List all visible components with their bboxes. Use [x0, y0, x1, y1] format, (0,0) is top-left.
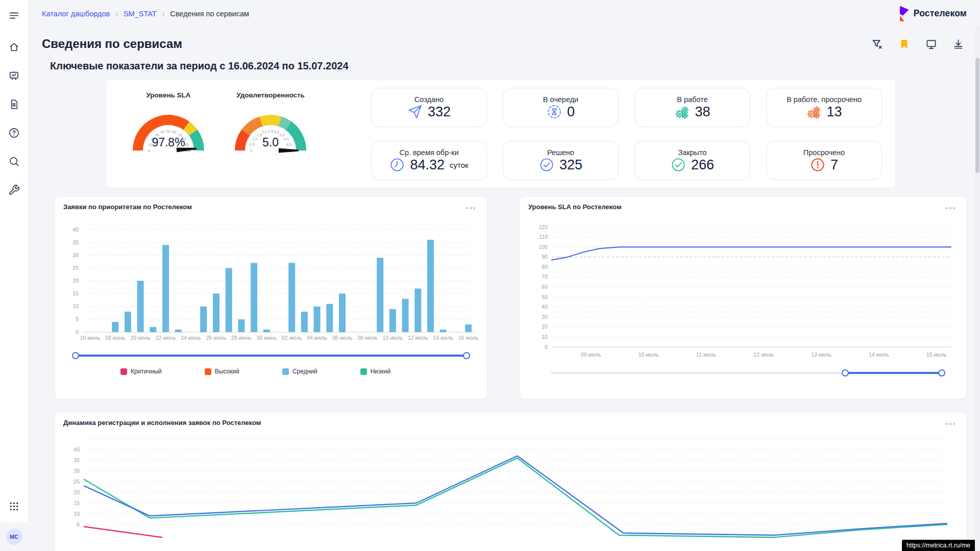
- bar[interactable]: [314, 307, 321, 332]
- bar[interactable]: [301, 312, 308, 332]
- hourglass-icon: [547, 104, 562, 119]
- svg-text:30: 30: [542, 314, 548, 320]
- breadcrumb-separator: ›: [115, 10, 118, 18]
- svg-text:28 июнь: 28 июнь: [231, 335, 252, 341]
- legend-label: Высокий: [215, 368, 239, 375]
- breadcrumb-dashboards-catalog[interactable]: Каталог дашбордов: [42, 10, 110, 18]
- bar[interactable]: [288, 263, 295, 332]
- user-avatar[interactable]: МС: [6, 529, 22, 545]
- slider-handle-right[interactable]: [463, 352, 470, 359]
- slider-handle-right[interactable]: [938, 369, 945, 377]
- sidebar-item-home[interactable]: [4, 37, 24, 57]
- svg-text:0: 0: [76, 329, 79, 335]
- legend-item-2[interactable]: Высокий: [205, 368, 239, 375]
- scrollbar-thumb[interactable]: [975, 58, 979, 173]
- bar[interactable]: [213, 294, 219, 332]
- dynamics-line-chart: 510152025303540: [63, 427, 958, 541]
- svg-text:16 июль: 16 июль: [458, 335, 478, 341]
- svg-text:30 июнь: 30 июнь: [256, 335, 277, 341]
- kpi-card-7: Закрыто266: [634, 141, 750, 180]
- presentation-mode-button[interactable]: [924, 37, 938, 51]
- svg-text:10: 10: [74, 511, 80, 517]
- svg-text:0: 0: [148, 148, 150, 153]
- bar[interactable]: [402, 299, 409, 332]
- topbar: Каталог дашбордов › SM_STAT › Сведения п…: [29, 0, 980, 28]
- legend-item-3[interactable]: Средний: [282, 368, 317, 375]
- download-button[interactable]: [951, 37, 965, 51]
- more-menu-button[interactable]: [464, 205, 477, 211]
- alert-circle-icon: [810, 157, 825, 172]
- more-menu-button[interactable]: [944, 421, 957, 427]
- bar[interactable]: [175, 330, 182, 332]
- legend-item-4[interactable]: Низкий: [360, 368, 391, 375]
- sidebar-item-search[interactable]: [4, 151, 24, 171]
- bar[interactable]: [377, 258, 383, 332]
- filter-x-icon: [871, 38, 883, 50]
- gauge-sla: Уровень SLA 010203040506070809010097.8%: [117, 82, 219, 186]
- bookmark-button[interactable]: [897, 37, 911, 51]
- slider-handle-left[interactable]: [72, 352, 79, 359]
- gears-icon: [806, 104, 821, 119]
- svg-text:2,0: 2,0: [262, 130, 267, 134]
- slider-active-range[interactable]: [76, 355, 467, 357]
- bar[interactable]: [150, 327, 156, 332]
- svg-text:11 июль: 11 июль: [696, 352, 716, 358]
- sidebar: МС: [0, 0, 29, 551]
- kpi-card-1: Создано332: [371, 88, 487, 127]
- menu-button[interactable]: [4, 5, 24, 26]
- kpi-card-value-row: 7: [810, 157, 838, 173]
- bar[interactable]: [200, 307, 207, 332]
- kpi-card-3: В работе38: [634, 88, 750, 127]
- gauge-satisfaction: Удовлетворенность 00,51,01,52,02,53,03,5…: [219, 82, 322, 186]
- bar[interactable]: [263, 330, 270, 332]
- more-menu-button[interactable]: [944, 205, 957, 211]
- bar[interactable]: [112, 322, 118, 332]
- gauge-sla-dial: 010203040506070809010097.8%: [117, 99, 219, 159]
- kpi-cards-grid: Создано332В очереди0В работе38В работе, …: [371, 88, 882, 180]
- chart-title: Уровень SLA по Ростелеком: [528, 203, 958, 211]
- breadcrumb-sm-stat[interactable]: SM_STAT: [124, 10, 157, 18]
- bar[interactable]: [440, 330, 447, 332]
- svg-text:20 июнь: 20 июнь: [130, 335, 151, 341]
- bar[interactable]: [339, 294, 346, 332]
- page-title: Сведения по сервисам: [42, 37, 182, 51]
- legend-swatch: [282, 368, 289, 375]
- kpi-card-label: В работе, просрочено: [787, 95, 862, 104]
- apps-grid-button[interactable]: [4, 496, 24, 516]
- svg-text:26 июнь: 26 июнь: [206, 335, 227, 341]
- download-icon: [952, 38, 964, 50]
- bar[interactable]: [427, 240, 434, 332]
- svg-text:20: 20: [74, 489, 80, 495]
- breadcrumb-current: Сведения по сервисам: [170, 10, 249, 18]
- priorities-chart-card: Заявки по приоритетам по Ростелеком 0510…: [55, 197, 486, 399]
- sidebar-item-reports[interactable]: [4, 94, 24, 114]
- bar[interactable]: [125, 312, 131, 332]
- sidebar-item-settings[interactable]: [4, 180, 24, 200]
- bar[interactable]: [238, 319, 244, 332]
- kpi-card-value: 325: [559, 157, 582, 173]
- bar[interactable]: [251, 263, 257, 332]
- bar[interactable]: [389, 309, 396, 332]
- document-icon: [8, 98, 20, 110]
- gauge-title: Удовлетворенность: [219, 91, 322, 99]
- kpi-card-value: 266: [691, 157, 714, 173]
- kpi-card-5: Ср. время обр-ки84.32суток: [371, 141, 487, 180]
- slider-active-range[interactable]: [845, 372, 942, 374]
- legend-label: Средний: [292, 368, 317, 375]
- dashboard-icon: [8, 70, 20, 82]
- bar[interactable]: [162, 245, 169, 332]
- bar[interactable]: [226, 268, 232, 332]
- bar[interactable]: [465, 324, 472, 332]
- chart-title: Динамика регистрации и исполнения заявок…: [63, 419, 958, 427]
- legend-item-1[interactable]: Критичный: [120, 368, 162, 375]
- sidebar-item-dashboards[interactable]: [4, 65, 24, 86]
- vertical-scrollbar[interactable]: [975, 28, 980, 551]
- bar[interactable]: [137, 281, 144, 333]
- sidebar-item-help[interactable]: [4, 122, 24, 143]
- clear-filters-button[interactable]: [870, 37, 884, 51]
- slider-handle-left[interactable]: [842, 369, 849, 377]
- svg-text:1,5: 1,5: [256, 133, 261, 137]
- bar[interactable]: [326, 304, 333, 332]
- kpi-card-value-row: 13: [806, 104, 842, 120]
- bar[interactable]: [414, 289, 421, 332]
